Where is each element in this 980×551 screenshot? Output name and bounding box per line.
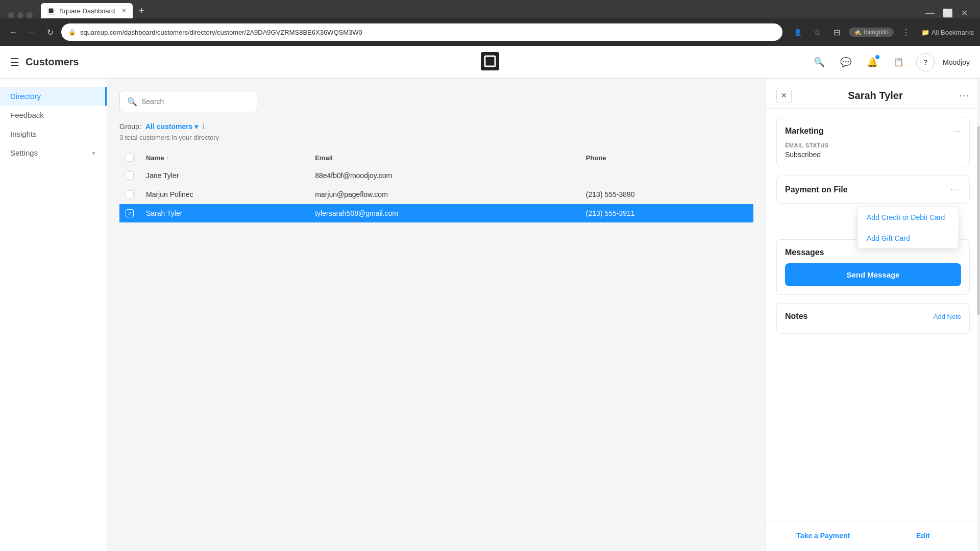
payment-more-button[interactable]: ··· (950, 184, 961, 195)
edit-button[interactable]: Edit (876, 527, 970, 545)
square-logo (481, 52, 499, 72)
customer-email-1: 88e4fb0f@moodjoy.com (309, 166, 580, 185)
forward-button[interactable]: → (24, 25, 39, 39)
sidebar-item-insights[interactable]: Insights (0, 124, 107, 143)
email-status-value: Subscribed (785, 151, 961, 159)
window-restore-btn[interactable]: ⬜ (943, 8, 953, 18)
panel-body: Marketing ··· EMAIL STATUS Subscribed Pa… (766, 109, 980, 520)
row-checkbox-2[interactable] (126, 190, 134, 198)
take-payment-button[interactable]: Take a Payment (776, 527, 870, 545)
tab-favicon (47, 7, 55, 15)
payment-on-file-section: Payment on File ··· Add Credit or Debit … (776, 176, 970, 204)
customer-phone-1 (580, 166, 753, 185)
table-row[interactable]: Jane Tyler 88e4fb0f@moodjoy.com (119, 166, 753, 185)
name-column-header[interactable]: Name ↑ (140, 149, 309, 166)
app-body: Directory Feedback Insights Settings ▼ 🔍… (0, 79, 980, 551)
table-row[interactable]: Marjun Polinec marjun@pageflow.com (213)… (119, 185, 753, 204)
settings-label: Settings (10, 148, 38, 157)
reload-button[interactable]: ↻ (43, 25, 57, 39)
url-bar[interactable]: 🔒 squareup.com/dashboard/customers/direc… (61, 23, 782, 41)
browser-chrome: Square Dashboard ✕ + — ⬜ ✕ ← → ↻ 🔒 squar… (0, 0, 980, 46)
browser-tabs: Square Dashboard ✕ + — ⬜ ✕ (0, 0, 980, 18)
sidebar-toggle[interactable]: ⊟ (829, 25, 844, 39)
add-credit-card-item[interactable]: Add Credit or Debit Card (857, 207, 959, 228)
marketing-more-button[interactable]: ··· (953, 126, 961, 136)
notifications-button[interactable]: 🔔 (863, 53, 881, 71)
app-header: ☰ Customers 🔍 💬 🔔 📋 ? Moodjoy (0, 46, 980, 79)
new-tab-button[interactable]: + (133, 3, 151, 18)
row-checkbox-3[interactable]: ✓ (126, 209, 134, 217)
customer-phone-3: (213) 555-3911 (580, 204, 753, 223)
email-status-label: EMAIL STATUS (785, 142, 961, 148)
svg-rect-1 (481, 52, 499, 70)
tab-close-button[interactable]: ✕ (121, 7, 127, 14)
bookmarks-bar: 📁 All Bookmarks (921, 29, 974, 36)
sidebar: Directory Feedback Insights Settings ▼ (0, 79, 107, 551)
window-minimize[interactable] (8, 12, 14, 18)
customer-table: Name ↑ Email Phone Jane Tyl (119, 149, 753, 223)
notes-section: Notes Add Note (776, 303, 970, 334)
phone-column-header: Phone (580, 149, 753, 166)
select-all-header (119, 149, 140, 166)
payment-title: Payment on File (785, 185, 848, 194)
customer-name-2: Marjun Polinec (140, 185, 309, 204)
main-content: 🔍 Group: All customers ▾ ℹ 3 total custo… (107, 79, 766, 551)
settings-chevron: ▼ (91, 150, 96, 156)
add-note-button[interactable]: Add Note (934, 313, 961, 320)
table-row-selected[interactable]: ✓ Sarah Tyler tylersarah508@gmail.com (2… (119, 204, 753, 223)
window-maximize[interactable] (17, 12, 23, 18)
select-all-checkbox[interactable] (126, 154, 134, 162)
search-button[interactable]: 🔍 (810, 53, 828, 71)
payment-header: Payment on File ··· (785, 184, 961, 195)
panel-close-button[interactable]: ✕ (776, 88, 792, 103)
user-name[interactable]: Moodjoy (943, 58, 970, 66)
panel-header: ✕ Sarah Tyler ··· (766, 79, 980, 109)
customer-detail-panel: ✕ Sarah Tyler ··· Marketing ··· EMAIL ST… (766, 79, 980, 551)
scrollbar-thumb[interactable] (977, 126, 980, 315)
app-container: ☰ Customers 🔍 💬 🔔 📋 ? Moodjoy Directory … (0, 46, 980, 551)
messages-title: Messages (785, 248, 824, 257)
send-message-button[interactable]: Send Message (785, 263, 961, 286)
panel-more-button[interactable]: ··· (959, 90, 970, 101)
star-icon[interactable]: ☆ (810, 25, 824, 39)
info-icon[interactable]: ℹ (202, 122, 205, 131)
group-value-button[interactable]: All customers ▾ (145, 122, 199, 131)
hamburger-menu[interactable]: ☰ (10, 56, 19, 68)
window-close[interactable] (27, 12, 33, 18)
address-bar-container: ← → ↻ 🔒 squareup.com/dashboard/customers… (0, 18, 980, 46)
total-customers-text: 3 total customers in your directory (119, 134, 753, 141)
insights-label: Insights (10, 130, 37, 138)
back-button[interactable]: ← (6, 25, 20, 39)
extensions-button[interactable]: ⋮ (899, 25, 913, 39)
panel-customer-name: Sarah Tyler (792, 90, 959, 102)
sort-icon: ↑ (166, 155, 169, 161)
marketing-title: Marketing (785, 127, 824, 136)
sidebar-item-settings[interactable]: Settings ▼ (0, 143, 107, 162)
incognito-indicator: 🕵 Incognito (849, 28, 894, 37)
group-label: Group: (119, 122, 141, 131)
window-x-btn[interactable]: ✕ (961, 8, 968, 18)
sidebar-item-feedback[interactable]: Feedback (0, 106, 107, 124)
messages-button[interactable]: 💬 (837, 53, 855, 71)
customer-name-1: Jane Tyler (140, 166, 309, 185)
search-input[interactable] (141, 97, 250, 106)
add-gift-card-item[interactable]: Add Gift Card (857, 228, 959, 248)
customer-email-3: tylersarah508@gmail.com (309, 204, 580, 223)
customer-phone-2: (213) 555-3890 (580, 185, 753, 204)
marketing-section: Marketing ··· EMAIL STATUS Subscribed (776, 117, 970, 167)
directory-label: Directory (10, 92, 41, 101)
chevron-down-icon: ▾ (194, 122, 198, 131)
window-min-btn[interactable]: — (925, 8, 935, 18)
browser-tab-active[interactable]: Square Dashboard ✕ (41, 3, 133, 18)
help-button[interactable]: ? (916, 53, 935, 71)
search-bar[interactable]: 🔍 (119, 91, 257, 112)
row-checkbox-1[interactable] (126, 171, 134, 180)
browser-actions: 👤 ☆ ⊟ 🕵 Incognito ⋮ (787, 25, 913, 39)
feedback-label: Feedback (10, 111, 44, 119)
dashboard-button[interactable]: 📋 (890, 53, 908, 71)
search-icon: 🔍 (127, 97, 137, 107)
email-column-header: Email (309, 149, 580, 166)
sidebar-item-directory[interactable]: Directory (0, 87, 107, 106)
url-text: squareup.com/dashboard/customers/directo… (80, 29, 775, 36)
app-title: Customers (26, 56, 79, 68)
